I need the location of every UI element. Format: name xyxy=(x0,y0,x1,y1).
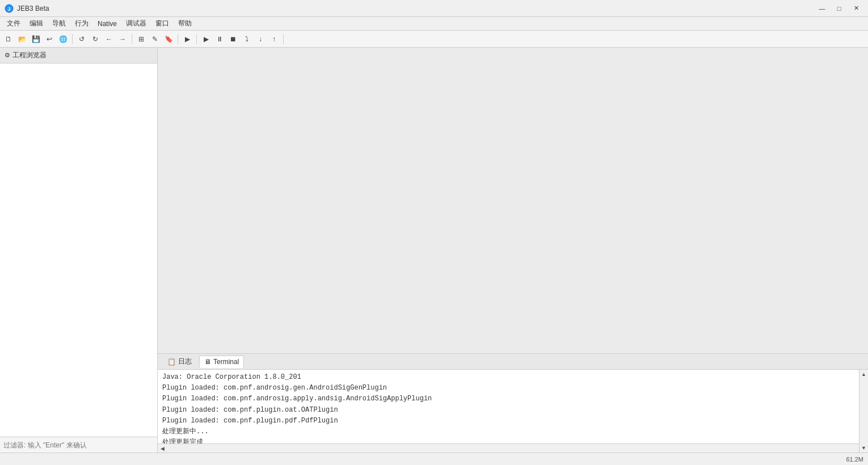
log-line: 处理更新中... xyxy=(162,426,863,437)
memory-usage: 61.2M xyxy=(846,456,863,463)
window-controls: — □ ✕ xyxy=(815,2,863,15)
project-browser-tab[interactable]: ⚙ 工程浏览器 xyxy=(0,48,157,64)
log-line: Plugin loaded: com.pnf.androsig.gen.Andr… xyxy=(162,383,863,394)
nav-back-toolbar-button[interactable]: ← xyxy=(103,33,115,45)
log-line: Plugin loaded: com.pnf.plugin.oat.OATPlu… xyxy=(162,405,863,416)
step-out-toolbar-button[interactable]: ↑ xyxy=(268,33,280,45)
undo-toolbar-button[interactable]: ↺ xyxy=(75,33,88,45)
menu-item-文件[interactable]: 文件 xyxy=(2,18,25,29)
scroll-up-button[interactable]: ▲ xyxy=(859,370,869,379)
vertical-scrollbar[interactable]: ▲ ▼ xyxy=(859,370,868,453)
tab-icon-日志: 📋 xyxy=(167,358,176,366)
pause-toolbar-button[interactable]: ⏸ xyxy=(213,33,226,45)
forward-toolbar-button[interactable]: 🌐 xyxy=(57,33,69,45)
title-left: J JEB3 Beta xyxy=(5,4,49,13)
play-toolbar-button[interactable]: ▶ xyxy=(200,33,212,45)
menu-item-编辑[interactable]: 编辑 xyxy=(25,18,48,29)
log-line: 处理更新完成 xyxy=(162,437,863,443)
right-panel: 📋日志🖥Terminal Java: Oracle Corporation 1.… xyxy=(158,48,868,453)
menu-item-行为[interactable]: 行为 xyxy=(70,18,93,29)
scroll-down-button[interactable]: ▼ xyxy=(859,443,869,453)
bottom-tab-日志[interactable]: 📋日志 xyxy=(162,354,197,369)
back-toolbar-button[interactable]: ↩ xyxy=(43,33,56,45)
filter-input[interactable] xyxy=(3,441,154,449)
title-text: JEB3 Beta xyxy=(17,5,49,12)
sep2-separator xyxy=(132,34,132,44)
minimize-button[interactable]: — xyxy=(815,2,829,15)
svg-text:J: J xyxy=(7,6,10,12)
menu-item-导航[interactable]: 导航 xyxy=(48,18,70,29)
new-toolbar-button[interactable]: 🗋 xyxy=(2,33,15,45)
filter-bar xyxy=(0,437,157,453)
open-toolbar-button[interactable]: 📂 xyxy=(16,33,28,45)
nav-forward-toolbar-button[interactable]: → xyxy=(116,33,129,45)
close-button[interactable]: ✕ xyxy=(849,2,863,15)
tab-label-日志: 日志 xyxy=(178,357,192,366)
step-over-toolbar-button[interactable]: ⤵ xyxy=(241,33,253,45)
sep3-separator xyxy=(178,34,178,44)
tag-toolbar-button[interactable]: 🔖 xyxy=(162,33,175,45)
bottom-hscroll: ◀ ▶ xyxy=(158,443,868,453)
bottom-tab-Terminal[interactable]: 🖥Terminal xyxy=(199,356,244,368)
sep4-separator xyxy=(196,34,197,44)
left-panel: ⚙ 工程浏览器 xyxy=(0,48,158,453)
stop-toolbar-button[interactable]: ⏹ xyxy=(227,33,239,45)
sep1-separator xyxy=(72,34,73,44)
bottom-panel: 📋日志🖥Terminal Java: Oracle Corporation 1.… xyxy=(158,353,868,453)
menu-item-调试器[interactable]: 调试器 xyxy=(121,18,151,29)
maximize-button[interactable]: □ xyxy=(832,2,846,15)
star-toolbar-button[interactable]: ✎ xyxy=(149,33,161,45)
log-line: Plugin loaded: com.pnf.androsig.apply.an… xyxy=(162,394,863,404)
menu-bar: 文件编辑导航行为Native调试器窗口帮助 xyxy=(0,17,868,31)
scroll-left-button[interactable]: ◀ xyxy=(158,444,167,453)
main-area: ⚙ 工程浏览器 📋日志🖥Terminal Java: Oracle Corpor… xyxy=(0,48,868,453)
title-bar: J JEB3 Beta — □ ✕ xyxy=(0,0,868,17)
project-browser-icon: ⚙ xyxy=(5,52,10,59)
tab-label-Terminal: Terminal xyxy=(213,358,239,366)
save-toolbar-button[interactable]: 💾 xyxy=(30,33,42,45)
step-into-toolbar-button[interactable]: ↓ xyxy=(254,33,267,45)
redo-toolbar-button[interactable]: ↻ xyxy=(89,33,102,45)
app-icon: J xyxy=(5,4,14,13)
project-browser-label: 工程浏览器 xyxy=(12,50,47,60)
bottom-content[interactable]: Java: Oracle Corporation 1.8.0_201Plugin… xyxy=(158,370,868,443)
log-line: Java: Oracle Corporation 1.8.0_201 xyxy=(162,372,863,383)
bottom-tabs: 📋日志🖥Terminal xyxy=(158,354,868,370)
editor-area[interactable] xyxy=(158,48,868,353)
menu-item-帮助[interactable]: 帮助 xyxy=(174,18,196,29)
status-bar: 61.2M xyxy=(0,453,868,465)
project-browser-content[interactable] xyxy=(0,64,157,437)
grid-toolbar-button[interactable]: ⊞ xyxy=(135,33,148,45)
sep5-separator xyxy=(283,34,284,44)
tab-icon-Terminal: 🖥 xyxy=(204,358,211,366)
menu-item-Native[interactable]: Native xyxy=(93,19,121,29)
toolbar: 🗋📂💾↩🌐↺↻←→⊞✎🔖▶▶⏸⏹⤵↓↑ xyxy=(0,31,868,48)
run-toolbar-button[interactable]: ▶ xyxy=(181,33,193,45)
log-line: Plugin loaded: com.pnf.plugin.pdf.PdfPlu… xyxy=(162,416,863,426)
menu-item-窗口[interactable]: 窗口 xyxy=(151,18,174,29)
